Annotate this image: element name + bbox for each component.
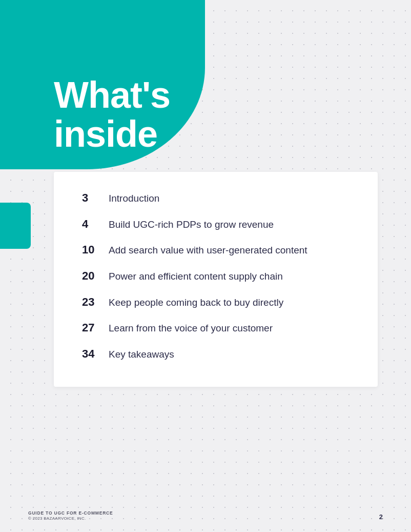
footer-page-number: 2 <box>379 513 383 521</box>
toc-text-3: Add search value with user-generated con… <box>109 244 307 257</box>
toc-item-5: 23 Keep people coming back to buy direct… <box>82 297 350 309</box>
toc-card: 3 Introduction 4 Build UGC-rich PDPs to … <box>54 172 378 387</box>
toc-number-3: 10 <box>82 244 109 255</box>
page-title: What's inside <box>54 76 170 153</box>
toc-item-7: 34 Key takeaways <box>82 348 350 361</box>
page: What's inside 3 Introduction 4 Build UGC… <box>0 0 411 532</box>
toc-number-4: 20 <box>82 270 109 282</box>
toc-text-4: Power and efficient content supply chain <box>109 270 283 283</box>
toc-text-5: Keep people coming back to buy directly <box>109 297 283 309</box>
toc-text-1: Introduction <box>109 192 159 205</box>
toc-text-2: Build UGC-rich PDPs to grow revenue <box>109 219 274 231</box>
toc-text-7: Key takeaways <box>109 348 174 361</box>
footer-copyright: © 2023 BAZAARVOICE, INC. <box>28 516 113 521</box>
toc-item-3: 10 Add search value with user-generated … <box>82 244 350 257</box>
footer-guide-label: GUIDE TO UGC FOR E-COMMERCE <box>28 510 113 516</box>
toc-item-4: 20 Power and efficient content supply ch… <box>82 270 350 283</box>
toc-text-6: Learn from the voice of your customer <box>109 322 273 335</box>
toc-number-7: 34 <box>82 348 109 360</box>
footer: GUIDE TO UGC FOR E-COMMERCE © 2023 BAZAA… <box>28 510 383 521</box>
toc-number-2: 4 <box>82 219 109 230</box>
teal-shape-accent <box>0 203 31 249</box>
toc-number-1: 3 <box>82 192 109 204</box>
title-line2: inside <box>54 113 157 154</box>
toc-number-6: 27 <box>82 322 109 333</box>
header-title-block: What's inside <box>54 76 170 153</box>
toc-item-1: 3 Introduction <box>82 192 350 205</box>
toc-number-5: 23 <box>82 297 109 308</box>
footer-left: GUIDE TO UGC FOR E-COMMERCE © 2023 BAZAA… <box>28 510 113 521</box>
toc-item-2: 4 Build UGC-rich PDPs to grow revenue <box>82 219 350 231</box>
title-line1: What's <box>54 74 170 115</box>
toc-item-6: 27 Learn from the voice of your customer <box>82 322 350 335</box>
